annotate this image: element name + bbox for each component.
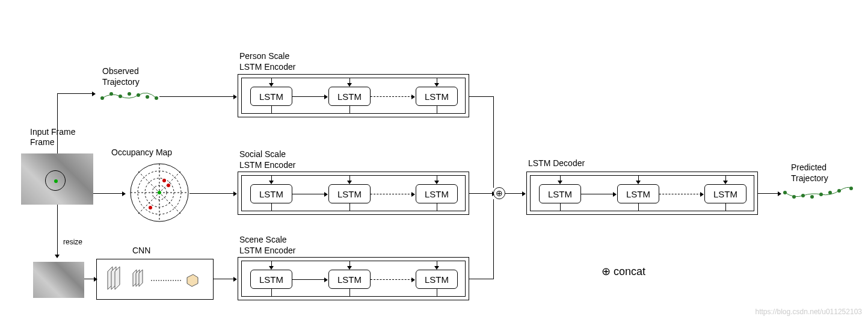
social-scale-label1: Social Scale: [239, 149, 286, 159]
svg-point-0: [100, 96, 104, 100]
lstm-cell: LSTM: [250, 87, 292, 106]
social-out: [469, 193, 493, 194]
cnn-to-enc: [214, 279, 235, 279]
frame-to-cnn-arrow: [55, 255, 60, 258]
concat-symbol: ⊕: [493, 187, 505, 199]
svg-point-20: [783, 191, 787, 194]
cnn-to-enc-arrow: [233, 277, 237, 282]
occ-to-enc: [189, 193, 235, 194]
traj-to-enc: [159, 96, 235, 97]
svg-point-15: [158, 191, 161, 194]
frame-to-traj-arrow: [92, 91, 96, 96]
concat-to-dec: [505, 193, 523, 194]
lstm-cell: LSTM: [328, 184, 371, 203]
svg-point-25: [828, 191, 832, 194]
cnn-block: [96, 259, 214, 300]
concat-legend: ⊕ concat: [602, 265, 645, 278]
svg-point-3: [128, 92, 131, 96]
svg-point-1: [109, 92, 113, 96]
person-scale-label2: LSTM Encoder: [239, 62, 295, 72]
frame-to-traj-line: [57, 93, 58, 153]
svg-point-18: [149, 206, 152, 209]
frame-to-occ-arrow: [122, 191, 126, 196]
lstm-cell: LSTM: [250, 270, 292, 289]
svg-point-4: [137, 93, 140, 97]
decoder-label: LSTM Decoder: [528, 158, 585, 168]
resize-to-cnn-arrow: [94, 277, 97, 282]
predicted-trajectory-icon: [782, 184, 854, 205]
svg-point-2: [119, 94, 122, 98]
dec-to-pred-arrow: [778, 191, 781, 196]
lstm-cell: LSTM: [416, 184, 458, 203]
svg-point-27: [849, 187, 853, 190]
resized-frame-image: [33, 262, 84, 298]
svg-point-5: [146, 95, 149, 99]
scene-out: [469, 279, 493, 279]
scene-encoder-block: LSTM LSTM LSTM: [238, 257, 469, 300]
svg-point-21: [792, 195, 796, 199]
input-frame-label2: Frame: [30, 137, 54, 147]
observed-label1: Observed: [102, 66, 139, 76]
cnn-label: CNN: [132, 246, 150, 255]
person-scale-label1: Person Scale: [239, 51, 289, 61]
input-frame-label: Input Frame: [30, 126, 66, 137]
lstm-cell: LSTM: [328, 270, 371, 289]
svg-point-26: [837, 189, 841, 193]
lstm-cell: LSTM: [416, 87, 458, 106]
lstm-cell: LSTM: [328, 87, 371, 106]
occupancy-map-icon: [129, 163, 189, 223]
person-out: [469, 96, 493, 97]
svg-point-6: [155, 96, 158, 100]
social-scale-label2: LSTM Encoder: [239, 160, 295, 170]
scene-scale-label1: Scene Scale: [239, 235, 287, 244]
lstm-cell: LSTM: [539, 184, 581, 203]
dec-to-pred: [758, 193, 779, 194]
predicted-label1: Predicted: [791, 163, 826, 172]
decoder-block: LSTM LSTM LSTM: [526, 172, 758, 215]
person-down: [493, 96, 494, 188]
scene-scale-label2: LSTM Encoder: [239, 246, 295, 255]
watermark: https://blog.csdn.net/u011252103: [756, 308, 862, 316]
person-encoder-block: LSTM LSTM LSTM: [238, 74, 469, 117]
resize-label: resize: [63, 238, 82, 246]
lstm-cell: LSTM: [617, 184, 659, 203]
occ-to-enc-arrow: [233, 191, 237, 196]
svg-point-16: [162, 179, 166, 182]
concat-to-dec-arrow: [522, 191, 526, 196]
svg-point-24: [819, 193, 823, 196]
lstm-cell: LSTM: [416, 270, 458, 289]
social-encoder-block: LSTM LSTM LSTM: [238, 172, 469, 215]
frame-center-dot: [54, 179, 58, 183]
scene-up: [493, 199, 494, 279]
svg-point-17: [167, 184, 170, 187]
frame-to-occ-line: [93, 193, 123, 194]
traj-to-enc-arrow: [233, 94, 237, 99]
lstm-cell: LSTM: [250, 184, 292, 203]
svg-point-23: [810, 195, 814, 199]
occupancy-label: Occupancy Map: [111, 147, 172, 157]
frame-to-traj-h: [57, 93, 93, 94]
observed-label2: Trajectory: [102, 77, 140, 87]
lstm-cell: LSTM: [704, 184, 746, 203]
svg-point-22: [801, 194, 805, 197]
observed-trajectory-icon: [99, 89, 159, 107]
predicted-label2: Trajectory: [791, 173, 828, 183]
frame-to-cnn-v: [57, 205, 58, 256]
